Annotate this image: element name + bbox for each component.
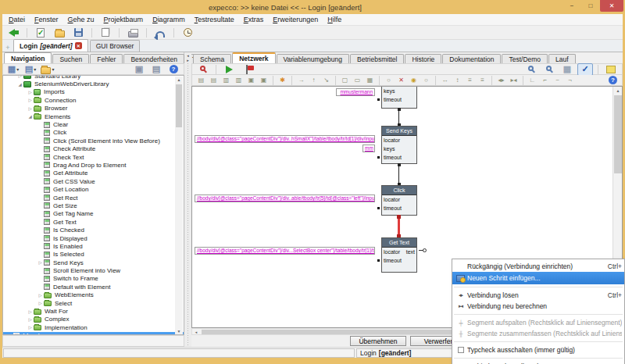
tree-item[interactable]: Click [3, 129, 184, 137]
node-title[interactable]: Get Text [382, 238, 416, 248]
new-step-button[interactable]: ✱ [277, 75, 288, 85]
exec-connection[interactable] [398, 109, 399, 126]
print-button[interactable] [125, 27, 141, 39]
literal-xpath[interactable]: //body/div[@class="pageContentDiv"]/div.… [195, 247, 375, 255]
add-input-pin-button[interactable]: → [295, 75, 307, 85]
find-button[interactable] [195, 63, 211, 76]
expander-icon[interactable]: ▷ [27, 98, 34, 102]
route-orthogonal-button[interactable]: ∟ [527, 75, 538, 85]
exec-connection[interactable] [398, 164, 399, 185]
tree-item[interactable]: Scroll Element into View [3, 266, 184, 274]
expander-icon[interactable]: ◢ [16, 82, 23, 87]
input-pin-row[interactable]: timeout [382, 95, 416, 104]
tree-item[interactable]: Switch to Frame [3, 275, 184, 283]
menu-item[interactable]: Datei [4, 16, 30, 23]
literal-xpath[interactable]: //body/div[@class="pageContentDiv"]/div.… [195, 135, 375, 143]
highlight-connection-button[interactable]: ◉ [408, 75, 420, 85]
add-output-pin-button[interactable]: ↑ [308, 75, 320, 85]
left-panel-tab[interactable]: Navigation [4, 52, 52, 63]
fade-connection-button[interactable]: ○ [420, 75, 432, 85]
context-menu-item[interactable]: Typcheck ausschalten (immer gültig) [452, 344, 624, 355]
close-button[interactable]: ✕ [600, 0, 623, 12]
zoom-in-button[interactable] [541, 63, 557, 76]
typecheck-toggle[interactable]: ✓ [577, 63, 593, 76]
expander-icon[interactable]: ▷ [27, 317, 34, 322]
select-all-button[interactable]: ▣ [245, 75, 257, 85]
left-panel-tab[interactable]: Fehler [90, 54, 123, 63]
expander-icon[interactable]: ▷ [27, 90, 34, 95]
scrollbar-thumb[interactable] [202, 330, 459, 334]
input-pin-row[interactable]: timeout [382, 204, 416, 212]
context-menu-item[interactable]: Verbindung darstellen als [452, 361, 624, 364]
tab-close-icon[interactable]: ✕ [75, 42, 82, 49]
editor-tab[interactable]: Netzwerk [232, 52, 275, 63]
zoom-out-button[interactable] [523, 63, 539, 76]
back-button[interactable]: ▾ [5, 27, 21, 39]
context-menu-item[interactable]: Neuen Schritt einfügen... [452, 272, 624, 284]
tree-item[interactable]: ▷Browser [3, 105, 184, 112]
context-menu-item[interactable]: Rückgängig (Verbindung einrichten)Ctrl+ [452, 261, 624, 272]
folder-view-menu[interactable]: ▾ [40, 63, 55, 76]
expander-icon[interactable]: ▷ [37, 293, 44, 298]
scroll-down-icon[interactable]: ▼ [175, 328, 183, 335]
menu-item[interactable]: Gehe zu [63, 16, 99, 23]
titlebar[interactable]: expecco: >> keine Datei << -- Login [geä… [0, 0, 625, 14]
resize-step-button[interactable]: ▭ [352, 75, 363, 85]
node-title[interactable]: Click [382, 186, 416, 195]
scroll-left-icon[interactable]: ◂ [192, 329, 200, 335]
editor-tab[interactable]: Schema [193, 54, 231, 63]
editor-tab[interactable]: Dokumentation [442, 54, 501, 63]
menu-item[interactable]: Projektbaum [99, 16, 148, 23]
scroll-up-icon[interactable]: ▲ [613, 87, 623, 95]
maximize-button[interactable]: □ [581, 0, 600, 12]
block-view-menu[interactable]: ▦▾ [5, 63, 21, 76]
apply-button[interactable]: Übernehmen [350, 336, 406, 346]
note-button[interactable] [603, 63, 619, 76]
literal-value[interactable]: mmustermann [336, 88, 375, 96]
document-tab[interactable]: Login [geändert] ✕ [13, 39, 88, 52]
tree-item[interactable]: Click (Scroll Element into View Before) [3, 137, 184, 145]
editor-tab[interactable]: Historie [405, 54, 441, 63]
invert-selection-button[interactable]: ▣ [258, 75, 270, 85]
tree-item[interactable]: Clear [3, 120, 184, 128]
open-file-button[interactable] [52, 27, 67, 39]
tree-item[interactable]: Is Displayed [3, 234, 184, 242]
delete-connection-button[interactable]: ✕ [395, 75, 407, 85]
minimize-button[interactable]: − [562, 0, 581, 12]
split-segments-button[interactable]: ▸◂ [508, 75, 520, 85]
scroll-up-icon[interactable]: ▲ [175, 77, 183, 84]
expander-icon[interactable]: ▷ [37, 301, 44, 305]
tree-item[interactable]: ▷Implementation [3, 323, 184, 331]
expander-icon[interactable]: ▷ [16, 75, 23, 78]
literal-value[interactable]: mm [362, 145, 375, 152]
menu-checkbox[interactable] [458, 347, 464, 353]
route-spline-button[interactable]: ~ [552, 75, 563, 85]
expander-icon[interactable]: ▷ [27, 106, 34, 111]
category-view-menu[interactable]: ▤▾ [23, 63, 38, 76]
menu-item[interactable]: Testresultate [190, 16, 239, 23]
input-pin-row[interactable]: keys [382, 87, 416, 95]
menu-item[interactable]: Hilfe [323, 16, 346, 23]
route-direct-button[interactable]: ⌐ [539, 75, 551, 85]
tree-item[interactable]: Get Attribute [3, 170, 184, 177]
document-tab[interactable]: GUI Browser [90, 40, 141, 52]
expander-icon[interactable]: ▷ [27, 325, 34, 330]
add-comment-button[interactable]: ↘ [320, 75, 332, 85]
node-title[interactable]: Send Keys [382, 127, 416, 136]
tree-item[interactable]: Get Size [3, 202, 184, 209]
accept-file-button[interactable] [33, 27, 48, 39]
save-button[interactable] [70, 27, 86, 39]
tree-item[interactable]: Check Attribute [3, 145, 184, 153]
align-steps-button[interactable]: ▢ [339, 75, 351, 85]
step-node-partial[interactable]: keys timeout [381, 87, 417, 109]
context-menu-item[interactable]: ◂▸Verbindung lösenCtrl+ [452, 290, 624, 301]
duplicate-step-button[interactable]: ▥ [233, 75, 245, 85]
input-pin-row[interactable]: timeout [382, 153, 416, 162]
collapse-right-icon[interactable]: ▸ [187, 59, 189, 62]
help-button[interactable]: ? [166, 63, 181, 76]
undo-button[interactable] [152, 27, 168, 39]
tree-item[interactable]: Check Text [3, 153, 184, 161]
copy-step-button[interactable]: ▤ [208, 75, 220, 85]
expander-icon[interactable]: ▷ [37, 260, 44, 265]
input-pin-row[interactable]: keys [382, 145, 416, 153]
